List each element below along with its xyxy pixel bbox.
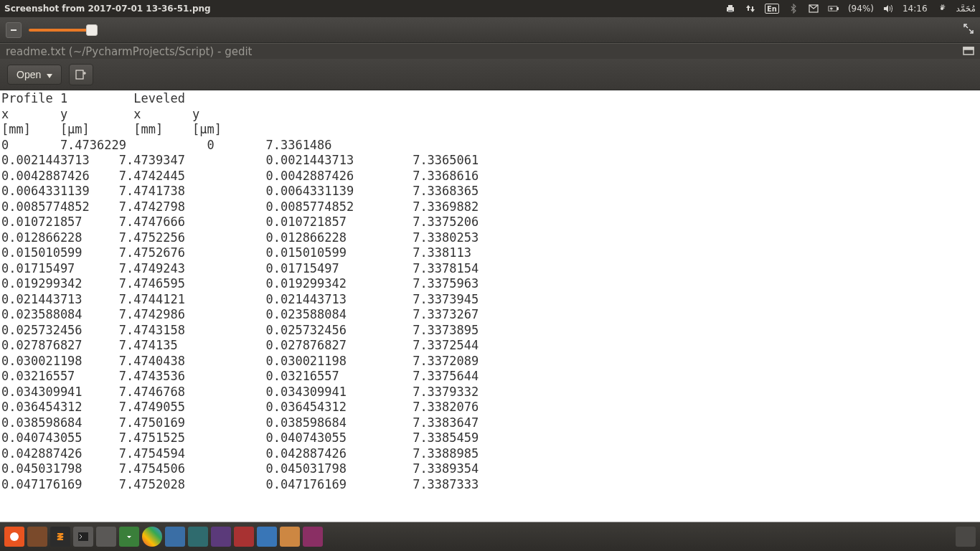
- system-tray: En (94%) 14:16 مُحَمَّد: [725, 3, 976, 14]
- dock-app2-icon[interactable]: [211, 527, 231, 547]
- svg-rect-7: [11, 29, 17, 31]
- gedit-titlebar: readme.txt (~/PycharmProjects/Script) - …: [0, 43, 980, 59]
- text-editor-area[interactable]: Profile 1 Leveled x y x y [mm] [µm] [mm]…: [0, 90, 980, 522]
- dropdown-triangle-icon: [47, 69, 52, 80]
- svg-rect-5: [837, 7, 839, 9]
- bluetooth-icon[interactable]: [788, 3, 799, 14]
- system-top-panel: Screenshot from 2017-07-01 13-36-51.png …: [0, 0, 980, 17]
- settings-gear-icon[interactable]: [936, 3, 948, 14]
- dock-app4-icon[interactable]: [303, 527, 323, 547]
- user-name[interactable]: مُحَمَّد: [956, 4, 976, 14]
- dock-app1-icon[interactable]: [188, 527, 208, 547]
- editor-text-content: Profile 1 Leveled x y x y [mm] [µm] [mm]…: [0, 90, 980, 492]
- gedit-title-text: readme.txt (~/PycharmProjects/Script) - …: [6, 45, 252, 58]
- dock-screenshot-icon[interactable]: [165, 527, 185, 547]
- dock-app3-icon[interactable]: [234, 527, 254, 547]
- window-menu-icon[interactable]: [963, 46, 974, 57]
- battery-percent: (94%): [848, 4, 874, 14]
- svg-point-11: [10, 532, 19, 541]
- fullscreen-icon[interactable]: [963, 23, 974, 37]
- open-button[interactable]: Open: [7, 65, 62, 85]
- dock-files-icon[interactable]: [27, 527, 47, 547]
- new-tab-button[interactable]: [69, 64, 93, 85]
- mail-icon[interactable]: [808, 3, 819, 14]
- open-button-label: Open: [17, 69, 41, 80]
- svg-rect-2: [728, 10, 732, 12]
- dock-writer-icon[interactable]: [257, 527, 277, 547]
- svg-rect-4: [829, 6, 837, 11]
- keyboard-layout-indicator[interactable]: En: [765, 4, 779, 14]
- dock-sublime-icon[interactable]: [50, 527, 70, 547]
- network-updown-icon[interactable]: [745, 3, 756, 14]
- svg-rect-10: [76, 70, 83, 79]
- dock-gedit-icon[interactable]: [96, 527, 116, 547]
- printer-icon[interactable]: [725, 3, 736, 14]
- gedit-toolbar: Open: [0, 59, 980, 90]
- zoom-slider[interactable]: [29, 29, 93, 32]
- battery-icon[interactable]: [828, 3, 839, 14]
- svg-rect-1: [728, 5, 732, 7]
- dock-impress-icon[interactable]: [280, 527, 300, 547]
- dock-dash-icon[interactable]: [4, 527, 24, 547]
- dock-terminal-icon[interactable]: [73, 527, 93, 547]
- keyboard-layout-label: En: [767, 5, 777, 13]
- dock-trash-icon[interactable]: [956, 527, 976, 547]
- svg-rect-12: [78, 532, 88, 541]
- dock-downloads-icon[interactable]: [119, 527, 139, 547]
- image-viewer-controls: [0, 17, 980, 43]
- dock-chrome-icon[interactable]: [142, 527, 162, 547]
- volume-icon[interactable]: [882, 3, 894, 14]
- bottom-dock: [0, 522, 980, 551]
- active-window-title: Screenshot from 2017-07-01 13-36-51.png: [4, 4, 725, 14]
- svg-rect-9: [963, 47, 974, 50]
- zoom-out-button[interactable]: [6, 22, 22, 38]
- clock[interactable]: 14:16: [903, 4, 928, 14]
